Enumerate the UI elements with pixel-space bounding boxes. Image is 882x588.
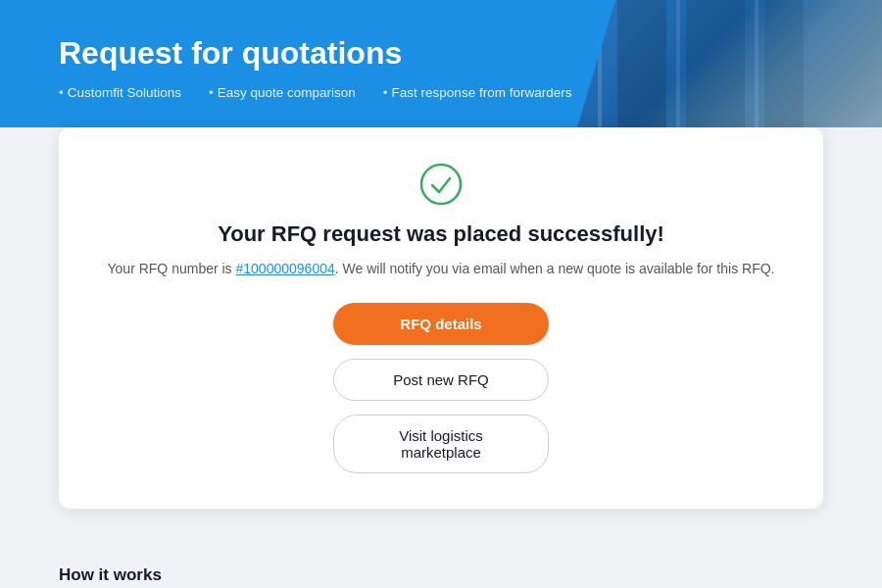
hero-bullets: Customfit Solutions Easy quote compariso… — [59, 85, 823, 100]
hero-bullet-1: Customfit Solutions — [59, 85, 181, 100]
desc-prefix: Your RFQ number is — [108, 261, 236, 276]
hero-bullet-3: Fast response from forwarders — [383, 85, 572, 100]
visit-marketplace-button[interactable]: Visit logistics marketplace — [333, 415, 549, 473]
main-content: Your RFQ request was placed successfully… — [0, 127, 882, 565]
rfq-details-button[interactable]: RFQ details — [333, 303, 549, 345]
success-title: Your RFQ request was placed successfully… — [98, 221, 784, 247]
desc-suffix: . We will notify you via email when a ne… — [335, 261, 775, 276]
success-icon — [419, 163, 463, 206]
success-description: Your RFQ number is #100000096004. We wil… — [98, 259, 784, 279]
svg-point-0 — [421, 165, 461, 204]
hero-bullet-2: Easy quote comparison — [209, 85, 356, 100]
success-card: Your RFQ request was placed successfully… — [59, 127, 823, 509]
how-it-works-title: How it works — [59, 565, 823, 585]
how-it-works-section: How it works ① Fill in and submit reques… — [0, 565, 882, 588]
rfq-number-link[interactable]: #100000096004 — [236, 261, 335, 276]
post-new-rfq-button[interactable]: Post new RFQ — [333, 359, 549, 401]
page-title: Request for quotations — [59, 35, 823, 72]
